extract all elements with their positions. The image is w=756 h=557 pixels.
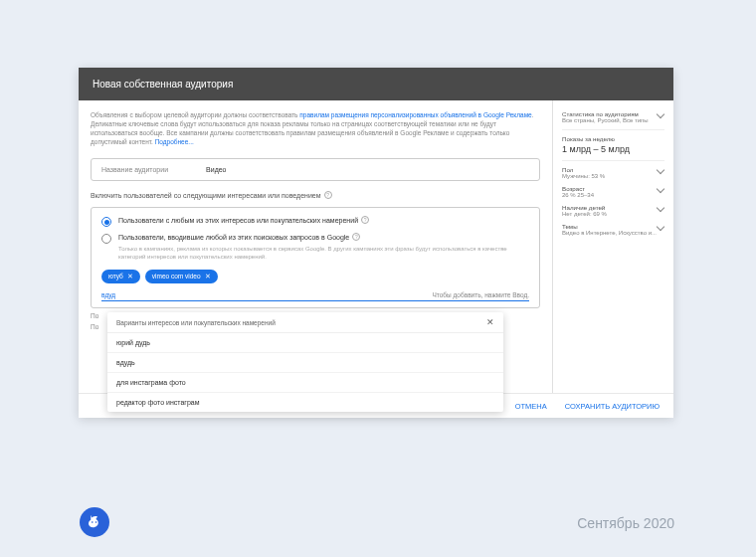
suggestions-header: Варианты интересов или покупательских на… [116,319,276,326]
chip-remove-icon[interactable]: ✕ [127,273,133,280]
radio-icon [101,234,111,244]
parental-label: Наличие детей [562,204,607,211]
policy-notice: Объявления с выбором целевой аудитории д… [91,110,540,146]
gender-value: Мужчины: 53 % [562,173,605,179]
suggestions-dropdown: Варианты интересов или покупательских на… [107,312,503,412]
age-label: Возраст [562,185,594,192]
radio2-label: Пользователи, вводившие любой из этих по… [118,234,349,241]
gender-label: Пол [562,166,605,173]
save-button[interactable]: СОХРАНИТЬ АУДИТОРИЮ [565,402,660,411]
chip-remove-icon[interactable]: ✕ [205,273,211,280]
help-icon[interactable]: ? [352,233,360,241]
learn-more-link[interactable]: Подробнее... [155,138,194,145]
interest-chip[interactable]: ютуб✕ [101,270,140,283]
stats-sidebar: Статистика по аудиториям Все страны, Рус… [552,100,673,393]
radio-option-searches[interactable]: Пользователи, вводившие любой из этих по… [101,233,529,244]
stats-subtitle: Все страны, Русский, Все типы [562,117,649,123]
radio2-description: Только в кампаниях, реклама из которых п… [118,246,529,262]
help-icon[interactable]: ? [361,216,369,224]
radio1-label: Пользователи с любым из этих интересов и… [118,217,358,224]
brand-logo [80,507,109,537]
suggestion-item[interactable]: для инстаграма фото [107,372,503,392]
age-value: 26 % 25–34 [562,192,594,198]
suggestion-item[interactable]: юрий дудь [107,333,503,352]
audience-name-field[interactable]: Название аудитории Видео [91,158,540,181]
input-text: вдуд [101,291,115,298]
chevron-down-icon[interactable] [658,226,664,233]
input-hint: Чтобы добавить, нажмите Ввод. [433,291,529,298]
impressions-label: Показы за неделю [562,135,664,142]
close-icon[interactable]: ✕ [486,317,494,327]
radio-icon [101,217,111,227]
caption: Сентябрь 2020 [577,515,674,531]
suggestion-item[interactable]: вдудь [107,352,503,372]
stats-title: Статистика по аудиториям [562,110,649,117]
input-underline[interactable]: вдуд Чтобы добавить, нажмите Ввод. [101,291,529,301]
include-title-text: Включить пользователей со следующими инт… [91,192,321,199]
name-label: Название аудитории [101,166,168,173]
impressions-value: 1 млрд – 5 млрд [562,144,664,154]
chevron-down-icon[interactable] [658,113,664,120]
dialog-title: Новая собственная аудитория [79,68,673,100]
topics-value: Видео в Интернете, Искусство и... [562,230,657,236]
suggestion-item[interactable]: редактор фото инстаграм [107,392,503,412]
include-section-title: Включить пользователей со следующими инт… [91,191,540,199]
name-value: Видео [206,166,226,173]
radio-option-interests[interactable]: Пользователи с любым из этих интересов и… [101,216,529,227]
help-icon[interactable]: ? [324,191,332,199]
chevron-down-icon[interactable] [658,188,664,195]
llama-icon [86,513,103,531]
policy-link[interactable]: правилам размещения персонализированных … [299,111,531,118]
chip-label: ютуб [108,273,123,279]
parental-value: Нет детей: 69 % [562,211,607,217]
topics-label: Темы [562,223,657,230]
chips-container: ютуб✕ vimeo com video✕ [101,270,529,283]
chip-label: vimeo com video [152,273,201,279]
options-container: Пользователи с любым из этих интересов и… [91,207,540,308]
notice-text: Объявления с выбором целевой аудитории д… [91,111,299,118]
chevron-down-icon[interactable] [658,169,664,176]
chevron-down-icon[interactable] [658,207,664,214]
interest-chip[interactable]: vimeo com video✕ [145,270,218,283]
cancel-button[interactable]: ОТМЕНА [515,402,547,411]
